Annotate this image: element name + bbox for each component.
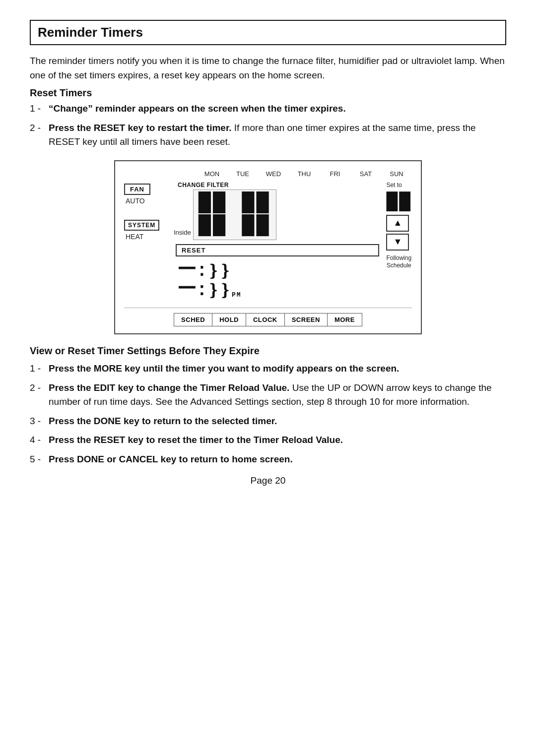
right-col: Set to ██ ▲ ▼ FollowingSchedule bbox=[379, 182, 412, 301]
more-button[interactable]: MORE bbox=[327, 313, 362, 326]
screen-button[interactable]: SCREEN bbox=[284, 313, 328, 326]
display-row-1: Inside ██ ██ ██ ██ bbox=[174, 189, 379, 240]
view-reset-heading: View or Reset Timer Settings Before They… bbox=[30, 345, 506, 357]
view-step-1-num: 1 - bbox=[30, 362, 44, 376]
bottom-buttons: SCHED HOLD CLOCK SCREEN MORE bbox=[124, 308, 412, 326]
change-filter-label: CHANGE FILTER bbox=[174, 182, 379, 189]
reset-btn[interactable]: RESET bbox=[176, 244, 379, 256]
time-seg-2: 𝍠:❵❵ bbox=[178, 281, 232, 301]
hold-button[interactable]: HOLD bbox=[212, 313, 246, 326]
intro-text: The reminder timers notify you when it i… bbox=[30, 54, 506, 82]
view-step-5-bold: Press DONE or CANCEL key to return to ho… bbox=[49, 454, 293, 464]
view-step-1: 1 - Press the MORE key until the timer y… bbox=[30, 362, 506, 376]
view-step-5-text: Press DONE or CANCEL key to return to ho… bbox=[49, 452, 293, 467]
time-display: 𝍠:❵❵ 𝍠:❵❵ PM bbox=[174, 261, 379, 301]
up-arrow-btn[interactable]: ▲ bbox=[386, 215, 409, 232]
step-1: 1 - “Change” reminder appears on the scr… bbox=[30, 102, 506, 116]
time-line-1: 𝍠:❵❵ bbox=[178, 261, 379, 281]
view-step-5: 5 - Press DONE or CANCEL key to return t… bbox=[30, 452, 506, 467]
thermo-main: FAN AUTO SYSTEM HEAT CHANGE FILTER Insid… bbox=[124, 182, 412, 301]
step-1-bold: “Change” reminder appears on the screen … bbox=[49, 103, 346, 114]
page-title: Reminder Timers bbox=[38, 25, 143, 40]
day-mon: MON bbox=[197, 170, 227, 178]
following-schedule: FollowingSchedule bbox=[386, 254, 411, 270]
auto-label: AUTO bbox=[124, 197, 145, 205]
view-step-3-bold: Press the DONE key to return to the sele… bbox=[49, 416, 277, 426]
time-colon-seg: 𝍠:❵❵ bbox=[178, 261, 232, 281]
reset-heading: Reset Timers bbox=[30, 87, 506, 99]
pm-label: PM bbox=[232, 292, 242, 301]
day-sat: SAT bbox=[350, 170, 381, 178]
view-step-1-text: Press the MORE key until the timer you w… bbox=[49, 362, 399, 376]
step-2: 2 - Press the RESET key to restart the t… bbox=[30, 121, 506, 149]
down-arrow-btn[interactable]: ▼ bbox=[386, 234, 409, 251]
step-1-text: “Change” reminder appears on the screen … bbox=[49, 102, 346, 116]
set-to-label: Set to bbox=[386, 182, 402, 189]
view-step-2-text: Press the EDIT key to change the Timer R… bbox=[49, 381, 506, 409]
sched-button[interactable]: SCHED bbox=[174, 313, 212, 326]
view-step-4-text: Press the RESET key to reset the timer t… bbox=[49, 433, 343, 447]
view-steps: 1 - Press the MORE key until the timer y… bbox=[30, 362, 506, 466]
view-step-3: 3 - Press the DONE key to return to the … bbox=[30, 414, 506, 429]
day-tue: TUE bbox=[227, 170, 258, 178]
main-display: ██ ██ ██ ██ bbox=[193, 189, 276, 240]
page-number: Page 20 bbox=[30, 475, 506, 486]
left-col: FAN AUTO SYSTEM HEAT bbox=[124, 182, 174, 301]
step-2-bold: Press the RESET key to restart the timer… bbox=[49, 123, 232, 133]
day-thu: THU bbox=[289, 170, 320, 178]
view-step-2-num: 2 - bbox=[30, 381, 44, 409]
view-step-4-bold: Press the RESET key to reset the timer t… bbox=[49, 435, 343, 445]
view-step-4-num: 4 - bbox=[30, 433, 44, 447]
view-step-3-num: 3 - bbox=[30, 414, 44, 429]
reset-steps: 1 - “Change” reminder appears on the scr… bbox=[30, 102, 506, 149]
inside-label: Inside bbox=[174, 229, 191, 240]
step-1-num: 1 - bbox=[30, 102, 44, 116]
page-title-box: Reminder Timers bbox=[30, 20, 506, 45]
fan-button[interactable]: FAN bbox=[124, 184, 150, 195]
thermostat: MON TUE WED THU FRI SAT SUN FAN AUTO SYS… bbox=[114, 160, 422, 335]
view-step-1-bold: Press the MORE key until the timer you w… bbox=[49, 363, 399, 374]
step-2-text: Press the RESET key to restart the timer… bbox=[49, 121, 506, 149]
clock-button[interactable]: CLOCK bbox=[246, 313, 285, 326]
system-button[interactable]: SYSTEM bbox=[124, 220, 159, 231]
display-line-2: ██ ██ bbox=[199, 215, 271, 238]
view-step-2: 2 - Press the EDIT key to change the Tim… bbox=[30, 381, 506, 409]
view-step-2-bold: Press the EDIT key to change the Timer R… bbox=[49, 382, 289, 393]
day-fri: FRI bbox=[320, 170, 350, 178]
time-line-2: 𝍠:❵❵ PM bbox=[178, 281, 379, 301]
step-2-num: 2 - bbox=[30, 121, 44, 149]
set-display: ██ bbox=[386, 191, 412, 213]
day-sun: SUN bbox=[381, 170, 412, 178]
thermostat-wrapper: MON TUE WED THU FRI SAT SUN FAN AUTO SYS… bbox=[30, 160, 506, 335]
center-col: CHANGE FILTER Inside ██ ██ ██ ██ RESET bbox=[174, 182, 379, 301]
view-step-3-text: Press the DONE key to return to the sele… bbox=[49, 414, 277, 429]
day-row: MON TUE WED THU FRI SAT SUN bbox=[124, 170, 412, 178]
view-step-4: 4 - Press the RESET key to reset the tim… bbox=[30, 433, 506, 447]
display-line-1: ██ ██ bbox=[199, 192, 271, 215]
day-wed: WED bbox=[258, 170, 289, 178]
view-step-5-num: 5 - bbox=[30, 452, 44, 467]
heat-label: HEAT bbox=[124, 233, 143, 241]
